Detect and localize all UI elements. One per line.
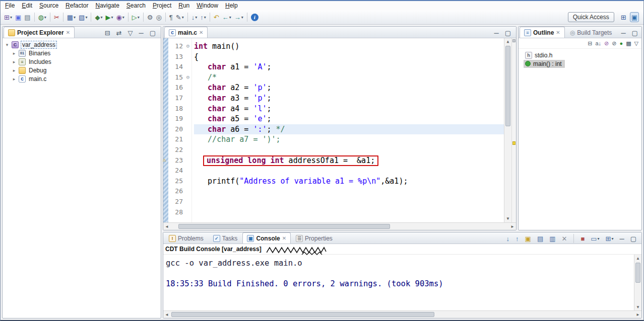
hide-non-public-members-icon[interactable]: ● (618, 38, 624, 48)
search-icon[interactable]: ◎ (155, 12, 162, 22)
profile-icon[interactable]: ◉▾ (115, 12, 125, 22)
code-line[interactable]: char a3 = 'p'; (194, 93, 504, 104)
scroll-up-arrow[interactable]: ▲ (634, 255, 641, 262)
tab-main-c[interactable]: c main.c ✕ (164, 27, 208, 38)
annotations-icon[interactable]: ✎▾ (175, 12, 185, 22)
dropdown-arrow-icon[interactable]: ▾ (598, 236, 600, 241)
scrollbar-thumb[interactable] (171, 312, 434, 317)
display-selected-console-icon[interactable]: ▭▾ (590, 233, 600, 244)
code-line[interactable]: //char a7 = ')'; (194, 134, 504, 145)
warning-marker[interactable] (512, 141, 516, 145)
show-console-on-output-icon[interactable]: ▣ (524, 233, 532, 244)
view-menu-icon[interactable]: ▽ (633, 38, 639, 48)
tab-build-targets[interactable]: ◎ Build Targets (565, 27, 617, 38)
menu-project[interactable]: Project (149, 2, 175, 10)
tree-item-includes[interactable]: ▸≡Includes (3, 57, 161, 66)
scroll-right-arrow[interactable]: ► (509, 223, 516, 230)
open-perspective-icon[interactable]: ⊞ (620, 12, 627, 22)
menu-refactor[interactable]: Refactor (62, 2, 92, 10)
clear-console-icon[interactable]: ✕ (560, 233, 568, 244)
previous-error-icon[interactable]: ↑ (514, 233, 520, 244)
maximize-icon[interactable]: ▢ (631, 28, 639, 38)
tree-item-debug[interactable]: ▸Debug (3, 66, 161, 74)
debug-icon[interactable]: ◆▾ (94, 12, 103, 22)
previous-annotation-icon[interactable]: ↑▾ (199, 12, 207, 22)
view-menu-icon[interactable]: ▽ (126, 28, 134, 38)
print-icon[interactable]: ▤ (23, 12, 31, 22)
code-line[interactable]: char a5 = 'e'; (194, 114, 504, 124)
code-line[interactable]: char a1 = 'A'; (194, 62, 504, 72)
dropdown-arrow-icon[interactable]: ▾ (229, 15, 231, 20)
code-line[interactable]: char a2 = 'p'; (194, 83, 504, 93)
warning-icon[interactable]: ⚠ (163, 157, 166, 163)
dropdown-arrow-icon[interactable]: ▾ (44, 15, 46, 20)
code-line[interactable]: /* (194, 72, 504, 83)
menu-source[interactable]: Source (36, 2, 62, 10)
code-line[interactable]: char a4 = 'l'; (194, 104, 504, 114)
collapse-arrow-icon[interactable]: ▾ (5, 42, 10, 47)
dropdown-arrow-icon[interactable]: ▾ (122, 15, 124, 20)
dropdown-arrow-icon[interactable]: ▾ (182, 15, 184, 20)
outline-item-main-int[interactable]: main() : int (519, 59, 641, 68)
expand-arrow-icon[interactable]: ▸ (12, 59, 17, 64)
code-line[interactable] (194, 166, 504, 176)
editor-horizontal-scrollbar[interactable]: ◄ ► (163, 222, 516, 230)
dropdown-arrow-icon[interactable]: ▾ (138, 15, 140, 20)
dropdown-arrow-icon[interactable]: ▾ (611, 236, 613, 241)
dropdown-arrow-icon[interactable]: ▾ (10, 15, 12, 20)
menu-edit[interactable]: Edit (18, 2, 36, 10)
menu-window[interactable]: Window (193, 2, 222, 10)
scroll-left-arrow[interactable]: ◄ (163, 223, 170, 230)
tab-properties[interactable]: ☰Properties (291, 232, 337, 244)
expand-arrow-icon[interactable]: ▸ (12, 68, 17, 73)
expand-arrow-icon[interactable]: ▸ (12, 51, 17, 56)
maximize-icon[interactable]: ▢ (629, 233, 637, 244)
tree-item-binaries[interactable]: ▸01Binaries (3, 49, 161, 57)
tab-project-explorer[interactable]: Project Explorer ✕ (4, 27, 75, 38)
scroll-lock-icon[interactable]: ▥ (548, 233, 556, 244)
fold-marker-icon[interactable]: ⊖ (184, 72, 191, 83)
fold-marker-icon[interactable]: ⊖ (184, 41, 191, 52)
new-c-item-icon[interactable]: ▧▾ (78, 12, 88, 22)
build-icon[interactable]: ⚙ (146, 12, 154, 22)
dropdown-arrow-icon[interactable]: ▾ (111, 15, 113, 20)
scrollbar-thumb[interactable] (178, 224, 390, 229)
coverage-icon[interactable]: ◍▾ (37, 12, 47, 22)
hide-fields-icon[interactable]: ⊘ (603, 38, 610, 48)
external-tools-icon[interactable]: ▷▾ (131, 12, 141, 22)
word-wrap-icon[interactable]: ▤ (536, 233, 544, 244)
console-output[interactable]: gcc -o var_address.exe main.o 18:35:33 B… (163, 255, 634, 310)
code-line[interactable]: int main() (194, 41, 504, 52)
code-line[interactable]: { (194, 52, 504, 62)
code-line[interactable] (194, 145, 504, 155)
c-cpp-perspective-icon[interactable]: ▣ (630, 12, 639, 22)
show-whitespace-icon[interactable]: ¶ (168, 12, 174, 22)
maximize-icon[interactable]: ▢ (149, 28, 157, 38)
scroll-down-arrow[interactable]: ▼ (504, 215, 511, 222)
pin-console-icon[interactable]: ■ (579, 233, 586, 244)
sort-icon[interactable]: a↓ (594, 38, 602, 48)
code-area[interactable]: int main(){ char a1 = 'A'; /* char a2 = … (192, 38, 504, 222)
minimize-icon[interactable]: ─ (618, 233, 625, 244)
open-console-icon[interactable]: ⊞▾ (605, 233, 615, 244)
close-icon[interactable]: ✕ (282, 235, 286, 241)
editor-vertical-scrollbar[interactable]: ▲ ▼ (504, 38, 511, 222)
cut-tool-icon[interactable]: ✂ (53, 12, 60, 22)
last-edit-location-icon[interactable]: ↶ (213, 12, 220, 22)
next-error-icon[interactable]: ↓ (505, 233, 511, 244)
back-icon[interactable]: ←▾ (221, 12, 232, 22)
code-line[interactable]: unsigned long int addressOfa1 = &a1; (194, 155, 504, 166)
code-line[interactable] (194, 186, 504, 197)
collapse-all-icon[interactable]: ⊟ (104, 28, 111, 38)
info-icon[interactable]: i (250, 12, 260, 22)
dropdown-arrow-icon[interactable]: ▾ (85, 15, 87, 20)
menu-navigate[interactable]: Navigate (92, 2, 122, 10)
save-icon[interactable]: ▣ (14, 12, 22, 22)
dropdown-arrow-icon[interactable]: ▾ (74, 15, 76, 20)
dropdown-arrow-icon[interactable]: ▾ (195, 15, 197, 20)
minimize-icon[interactable]: ─ (620, 28, 626, 38)
expand-arrow-icon[interactable]: ▸ (12, 76, 17, 82)
fold-ruler[interactable]: ⊖⊖ (184, 38, 192, 222)
dropdown-arrow-icon[interactable]: ▾ (204, 15, 206, 20)
link-with-editor-icon[interactable]: ▩ (625, 38, 632, 48)
